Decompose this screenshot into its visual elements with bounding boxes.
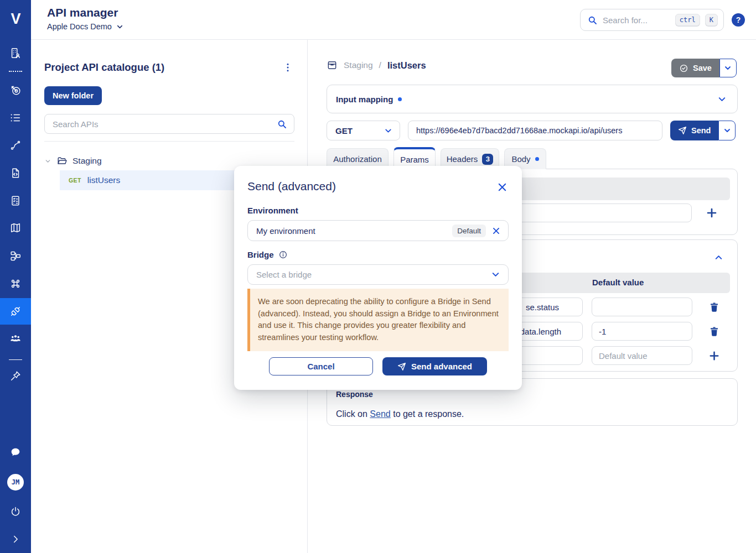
response-hint-text: to get a response. <box>391 409 464 419</box>
api-search-box[interactable] <box>44 114 294 134</box>
pin-icon[interactable] <box>9 369 22 383</box>
modal-title: Send (advanced) <box>247 180 336 193</box>
sidebar-divider <box>9 359 22 360</box>
input-mapping-section[interactable]: Input mapping <box>327 85 738 113</box>
chevron-down-icon <box>384 126 393 135</box>
chevron-down-icon[interactable] <box>44 158 51 165</box>
default-badge: Default <box>452 225 486 237</box>
tab-label: Body <box>511 154 530 164</box>
route-icon[interactable] <box>9 139 22 152</box>
input-mapping-dot <box>398 97 402 101</box>
chevron-down-icon <box>490 269 501 280</box>
sidebar-item-connections-active[interactable] <box>0 298 31 325</box>
send-link[interactable]: Send <box>370 409 390 419</box>
close-icon[interactable] <box>496 181 508 193</box>
sidebar-dots-divider <box>9 71 22 72</box>
organization-icon[interactable] <box>9 46 22 60</box>
paper-plane-icon <box>678 126 687 135</box>
global-search[interactable]: ctrl K <box>580 9 724 31</box>
method-select[interactable]: GET <box>327 121 400 140</box>
output-default-value-input[interactable] <box>592 346 692 365</box>
app-logo[interactable]: V <box>0 8 31 30</box>
environment-label: Environment <box>247 206 298 215</box>
send-advanced-modal: Send (advanced) Environment My environme… <box>234 166 522 390</box>
collapse-section-button[interactable] <box>711 250 726 264</box>
new-folder-button[interactable]: New folder <box>44 86 102 105</box>
save-label: Save <box>693 64 712 72</box>
topbar: API manager Apple Docs Demo ctrl K ? <box>31 0 756 40</box>
cancel-button[interactable]: Cancel <box>269 357 373 375</box>
divider <box>44 141 294 142</box>
send-split-button: Send <box>670 121 736 140</box>
plus-icon <box>708 349 721 362</box>
modal-actions: Cancel Send advanced <box>234 357 522 375</box>
power-icon[interactable] <box>9 505 22 518</box>
breadcrumb: Staging / listUsers <box>327 60 426 71</box>
shortcut-key-ctrl: ctrl <box>675 14 700 26</box>
environment-field[interactable]: My environment Default <box>247 220 509 241</box>
page-title: API manager <box>47 6 118 19</box>
add-row-button[interactable] <box>707 348 721 363</box>
tree-folder-label: Staging <box>73 156 102 166</box>
save-button[interactable]: Save <box>671 59 719 77</box>
breadcrumb-current: listUsers <box>387 60 426 71</box>
delete-row-button[interactable] <box>707 300 721 314</box>
archive-box-icon <box>327 60 338 71</box>
plus-icon <box>705 206 718 220</box>
project-switcher[interactable]: Apple Docs Demo <box>47 22 124 31</box>
checklist-icon[interactable] <box>9 194 22 207</box>
tab-label: Headers <box>447 154 478 164</box>
target-icon[interactable] <box>9 84 22 97</box>
trash-icon <box>708 326 720 337</box>
users-icon[interactable] <box>9 332 22 345</box>
response-title: Response <box>336 390 373 399</box>
help-button[interactable]: ? <box>732 13 745 27</box>
shortcut-key-k: K <box>705 14 718 26</box>
tree-item-label: listUsers <box>87 175 120 185</box>
output-default-value-input[interactable] <box>592 298 692 316</box>
breadcrumb-separator: / <box>379 60 381 70</box>
send-advanced-label: Send advanced <box>411 362 472 371</box>
search-icon <box>587 15 598 25</box>
add-param-button[interactable] <box>705 206 719 220</box>
output-default-value-input[interactable] <box>592 322 692 341</box>
code-file-icon[interactable] <box>9 166 22 180</box>
map-icon[interactable] <box>9 221 22 234</box>
send-advanced-button[interactable]: Send advanced <box>382 357 487 375</box>
input-mapping-label: Input mapping <box>336 95 393 104</box>
chevron-down-icon <box>116 23 124 31</box>
paper-plane-icon <box>397 362 406 371</box>
chevron-up-icon <box>713 252 724 263</box>
response-hint-text: Click on <box>336 409 370 419</box>
clear-icon[interactable] <box>491 226 501 236</box>
headers-count-badge: 3 <box>482 154 493 165</box>
api-search-input[interactable] <box>53 119 272 129</box>
chat-icon[interactable] <box>9 446 22 459</box>
expand-sidebar-icon[interactable] <box>9 533 22 546</box>
breadcrumb-folder[interactable]: Staging <box>344 60 373 70</box>
save-options-button[interactable] <box>719 59 737 77</box>
chevron-down-icon[interactable] <box>717 94 727 105</box>
tab-label: Params <box>400 155 429 164</box>
method-badge: GET <box>69 177 81 184</box>
app-sidebar: V <box>0 0 31 553</box>
global-search-input[interactable] <box>603 15 670 25</box>
send-label: Send <box>691 126 711 135</box>
chevron-down-icon <box>723 64 732 72</box>
workflow-icon[interactable] <box>9 249 22 263</box>
search-icon[interactable] <box>277 119 287 129</box>
chevron-down-icon <box>723 126 732 135</box>
info-icon[interactable] <box>278 250 288 259</box>
list-icon[interactable] <box>9 111 22 124</box>
response-hint: Click on Send to get a response. <box>336 409 464 419</box>
request-url-input[interactable] <box>408 121 662 140</box>
folder-open-icon <box>56 155 68 166</box>
command-icon[interactable] <box>9 277 22 290</box>
delete-row-button[interactable] <box>707 324 721 338</box>
app-root: V <box>0 0 756 553</box>
avatar[interactable]: JM <box>7 474 24 491</box>
send-options-button[interactable] <box>718 121 736 140</box>
kebab-menu-icon[interactable] <box>281 60 294 75</box>
send-button[interactable]: Send <box>670 121 718 140</box>
bridge-select[interactable]: Select a bridge <box>247 264 509 285</box>
